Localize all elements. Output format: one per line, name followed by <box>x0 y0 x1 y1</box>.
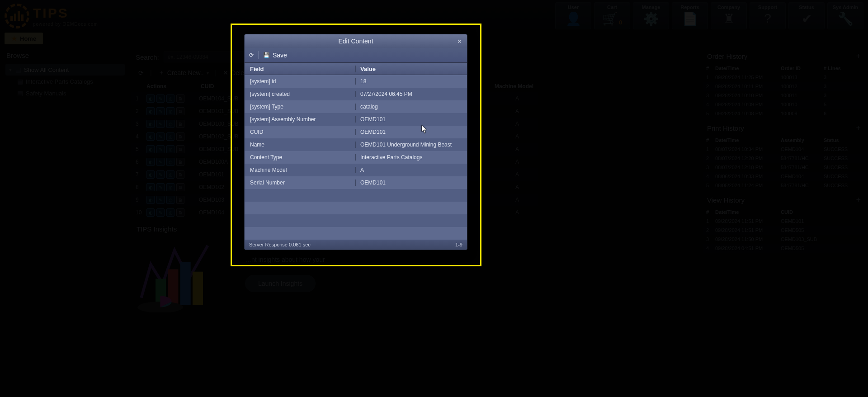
save-icon: 💾 <box>263 52 270 58</box>
field-cell: [system] id <box>245 78 356 85</box>
close-button[interactable]: ✕ <box>455 37 463 45</box>
property-row[interactable] <box>245 227 467 240</box>
value-cell[interactable]: OEMD101 Underground Mining Beast <box>356 142 452 148</box>
property-row[interactable] <box>245 189 467 202</box>
field-cell: CUID <box>245 129 356 135</box>
col-field: Field <box>245 66 356 72</box>
field-cell: [system] Assembly Number <box>245 116 356 123</box>
field-cell: [system] Type <box>245 104 356 110</box>
property-row[interactable]: [system] created07/27/2024 06:45 PM <box>245 88 467 100</box>
property-row[interactable]: Machine ModelA <box>245 164 467 176</box>
property-row[interactable] <box>245 202 467 214</box>
refresh-icon: ⟳ <box>249 52 254 58</box>
property-row[interactable]: [system] Assembly NumberOEMD101 <box>245 113 467 126</box>
server-response: Server Response 0.081 sec <box>249 242 311 247</box>
field-cell: Content Type <box>245 154 356 161</box>
modal-grid-header: Field Value <box>245 62 467 75</box>
close-icon: ✕ <box>457 38 462 45</box>
col-value: Value <box>356 66 376 72</box>
value-cell[interactable]: A <box>356 167 364 173</box>
save-button[interactable]: 💾 Save <box>263 52 287 59</box>
property-row[interactable]: [system] Typecatalog <box>245 100 467 113</box>
modal-toolbar: ⟳ 💾 Save <box>245 48 467 62</box>
field-cell: [system] created <box>245 91 356 97</box>
value-cell[interactable]: OEMD101 <box>356 180 386 186</box>
refresh-button[interactable]: ⟳ <box>249 52 254 58</box>
edit-content-modal: Edit Content ✕ ⟳ 💾 Save Field Value [sys… <box>244 34 467 250</box>
property-row[interactable] <box>245 214 467 227</box>
value-cell[interactable]: 18 <box>356 78 366 85</box>
field-cell: Name <box>245 142 356 148</box>
property-row[interactable]: NameOEMD101 Underground Mining Beast <box>245 138 467 151</box>
field-cell: Machine Model <box>245 167 356 173</box>
modal-header[interactable]: Edit Content ✕ <box>245 34 467 48</box>
modal-title: Edit Content <box>338 38 373 45</box>
property-row[interactable]: [system] id18 <box>245 75 467 88</box>
value-cell[interactable]: 07/27/2024 06:45 PM <box>356 91 412 97</box>
row-range: 1-9 <box>455 242 462 247</box>
modal-footer: Server Response 0.081 sec 1-9 <box>245 240 467 250</box>
property-row[interactable]: CUIDOEMD101 <box>245 126 467 138</box>
field-cell: Serial Number <box>245 180 356 186</box>
value-cell[interactable]: OEMD101 <box>356 129 386 135</box>
value-cell[interactable]: OEMD101 <box>356 116 386 123</box>
property-row[interactable]: Serial NumberOEMD101 <box>245 176 467 189</box>
value-cell[interactable]: Interactive Parts Catalogs <box>356 154 422 161</box>
value-cell[interactable]: catalog <box>356 104 378 110</box>
property-row[interactable]: Content TypeInteractive Parts Catalogs <box>245 151 467 164</box>
save-label: Save <box>273 52 287 59</box>
